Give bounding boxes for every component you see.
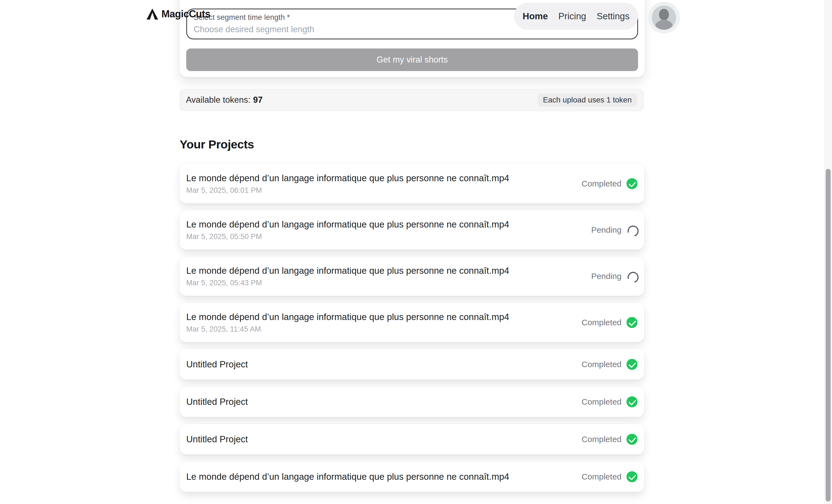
project-info: Le monde dépend d’un langage informatiqu… [186,173,509,195]
avatar-shoulders-shape [655,20,673,30]
get-viral-shorts-button[interactable]: Get my viral shorts [186,49,638,71]
project-date: Mar 5, 2025, 11:45 AM [186,325,509,334]
project-title: Untitled Project [186,397,248,407]
project-status-label: Completed [581,360,622,369]
project-info: Untitled Project [186,359,248,370]
project-card[interactable]: Le monde dépend d’un langage informatiqu… [180,164,644,203]
project-status: Completed [581,359,638,370]
project-info: Untitled Project [186,434,248,445]
project-card[interactable]: Untitled Project Completed [180,424,644,454]
scrollbar-track[interactable] [824,0,832,504]
scrollbar-thumb[interactable] [826,169,831,502]
project-status-label: Pending [591,225,622,235]
user-avatar[interactable] [648,2,680,34]
magiccuts-app: Select segment time length * Choose desi… [0,0,832,504]
project-card[interactable]: Le monde dépend d’un langage informatiqu… [180,303,644,342]
check-circle-icon [626,396,638,407]
avatar-head-shape [659,9,669,20]
project-status-label: Completed [581,397,622,406]
available-tokens-label: Available tokens:97 [186,95,263,105]
project-status: Completed [581,178,638,189]
logo[interactable]: MagicCuts [147,8,210,20]
project-status-label: Completed [581,179,622,188]
project-card[interactable]: Untitled Project Completed [180,349,644,379]
project-title: Le monde dépend d’un langage informatiqu… [186,312,509,322]
project-card[interactable]: Le monde dépend d’un langage informatiqu… [180,461,644,492]
token-usage-note: Each upload uses 1 token [538,94,637,107]
project-card[interactable]: Le monde dépend d’un langage informatiqu… [180,210,644,249]
project-status: Completed [581,396,638,407]
project-status: Pending [591,271,638,282]
project-info: Le monde dépend d’un langage informatiqu… [186,472,509,482]
project-status: Completed [581,317,638,328]
check-circle-icon [626,359,638,370]
project-info: Le monde dépend d’un langage informatiqu… [186,219,509,241]
project-title: Le monde dépend d’un langage informatiqu… [186,472,509,482]
project-status: Completed [581,434,638,445]
project-list: Le monde dépend d’un langage informatiqu… [180,164,644,492]
project-date: Mar 5, 2025, 05:43 PM [186,279,509,287]
tokens-bar: Available tokens:97 Each upload uses 1 t… [180,89,644,111]
project-info: Le monde dépend d’un langage informatiqu… [186,312,509,334]
required-asterisk: * [287,13,290,22]
project-status-label: Pending [591,271,622,281]
spinner-icon [626,271,638,282]
check-circle-icon [626,471,638,482]
nav-pill: Home Pricing Settings [514,3,638,30]
project-info: Le monde dépend d’un langage informatiqu… [186,265,509,287]
project-status-label: Completed [581,472,622,481]
project-card[interactable]: Untitled Project Completed [180,387,644,417]
project-title: Untitled Project [186,359,248,370]
check-circle-icon [626,178,638,189]
project-status: Pending [591,224,638,236]
tokens-count: 97 [253,95,263,105]
project-title: Untitled Project [186,434,248,445]
project-info: Untitled Project [186,397,248,407]
avatar-photo [652,5,676,30]
projects-heading: Your Projects [180,138,254,151]
check-circle-icon [626,434,638,445]
project-status-label: Completed [581,318,622,327]
project-date: Mar 5, 2025, 06:01 PM [186,186,509,195]
nav-item-settings[interactable]: Settings [597,11,629,22]
project-status-label: Completed [581,434,622,444]
project-title: Le monde dépend d’un langage informatiqu… [186,173,509,183]
logo-text: MagicCuts [161,8,210,20]
nav-item-pricing[interactable]: Pricing [558,11,586,22]
spinner-icon [626,224,638,236]
nav-item-home[interactable]: Home [523,11,548,22]
logo-triangle-icon [147,8,158,20]
project-status: Completed [581,471,638,482]
project-date: Mar 5, 2025, 05:50 PM [186,233,509,241]
check-circle-icon [626,317,638,328]
project-card[interactable]: Le monde dépend d’un langage informatiqu… [180,257,644,296]
project-title: Le monde dépend d’un langage informatiqu… [186,219,509,230]
project-title: Le monde dépend d’un langage informatiqu… [186,265,509,276]
